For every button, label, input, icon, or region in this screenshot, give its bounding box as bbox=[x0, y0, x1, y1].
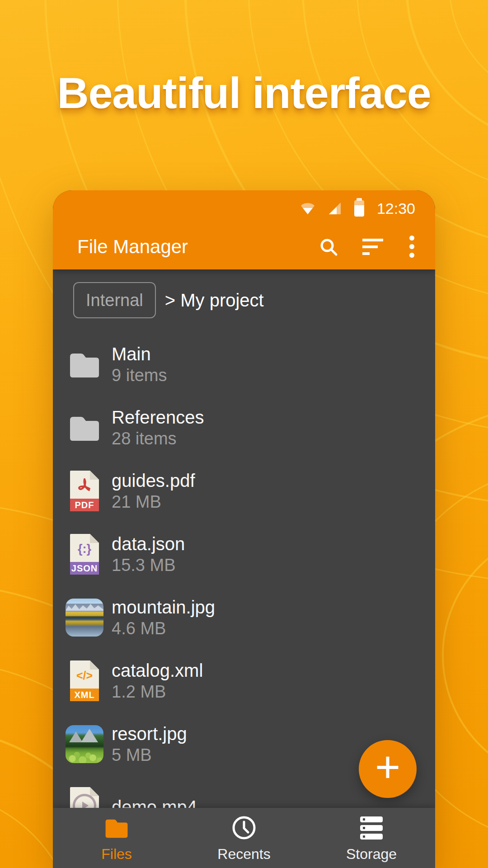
file-row[interactable]: Main 9 items bbox=[53, 333, 435, 396]
xml-file-icon: </> XML bbox=[70, 660, 99, 701]
file-meta: 15.3 MB bbox=[112, 555, 185, 575]
file-row[interactable]: {:} JSON data.json 15.3 MB bbox=[53, 523, 435, 586]
wifi-icon bbox=[300, 203, 315, 215]
video-file-icon bbox=[70, 787, 99, 808]
file-type-badge: JSON bbox=[70, 562, 99, 575]
play-circle-glyph bbox=[70, 794, 99, 808]
file-type-badge: PDF bbox=[70, 499, 99, 511]
image-thumbnail-mountain bbox=[66, 599, 103, 637]
battery-icon bbox=[354, 200, 364, 217]
pdf-file-icon: PDF bbox=[70, 471, 99, 511]
json-file-icon: {:} JSON bbox=[70, 534, 99, 575]
file-name: guides.pdf bbox=[112, 470, 195, 491]
file-icon-cell: PDF bbox=[66, 472, 103, 510]
file-meta: 9 items bbox=[112, 365, 167, 385]
breadcrumb-current-path: > My project bbox=[165, 290, 264, 311]
folder-icon bbox=[67, 414, 102, 442]
status-bar: 12:30 bbox=[53, 190, 435, 226]
file-browser-content: Internal > My project Main 9 items Refer… bbox=[53, 269, 435, 808]
phone-header: 12:30 File Manager bbox=[53, 190, 435, 269]
file-list: Main 9 items References 28 items PDF gui… bbox=[53, 333, 435, 808]
nav-item-recents[interactable]: Recents bbox=[180, 808, 308, 868]
storage-icon bbox=[360, 815, 383, 840]
file-meta: 21 MB bbox=[112, 492, 195, 512]
nav-label: Storage bbox=[346, 846, 397, 863]
app-bar: File Manager bbox=[53, 226, 435, 269]
file-name: catalog.xml bbox=[112, 660, 203, 681]
file-meta: 5 MB bbox=[112, 745, 187, 765]
breadcrumb-root-chip[interactable]: Internal bbox=[73, 282, 156, 318]
add-fab-button[interactable]: + bbox=[359, 740, 417, 798]
image-thumbnail-resort bbox=[66, 725, 103, 763]
file-icon-cell bbox=[66, 345, 103, 383]
file-name: References bbox=[112, 407, 204, 428]
signal-icon bbox=[328, 203, 342, 215]
file-name: demo.mp4 bbox=[112, 797, 197, 808]
file-row[interactable]: </> XML catalog.xml 1.2 MB bbox=[53, 649, 435, 712]
nav-label: Files bbox=[101, 846, 132, 863]
file-name: resort.jpg bbox=[112, 723, 187, 744]
file-row[interactable]: PDF guides.pdf 21 MB bbox=[53, 459, 435, 523]
file-icon-cell bbox=[66, 409, 103, 447]
file-meta: 1.2 MB bbox=[112, 682, 203, 702]
file-icon-cell bbox=[66, 788, 103, 808]
file-meta: 4.6 MB bbox=[112, 618, 215, 638]
search-icon[interactable] bbox=[319, 237, 338, 256]
file-name: Main bbox=[112, 344, 167, 364]
promo-screen: Beautiful interface bbox=[0, 0, 488, 868]
bottom-navigation: Files Recents Storage bbox=[53, 808, 435, 868]
file-type-badge: XML bbox=[70, 689, 99, 701]
file-icon-cell bbox=[66, 725, 103, 763]
file-name: data.json bbox=[112, 533, 185, 554]
acrobat-glyph bbox=[70, 474, 99, 497]
sort-icon[interactable] bbox=[362, 239, 383, 255]
file-row[interactable]: References 28 items bbox=[53, 396, 435, 459]
phone-mockup: 12:30 File Manager Internal > My project bbox=[53, 190, 435, 868]
folder-icon bbox=[103, 815, 130, 840]
file-name: mountain.jpg bbox=[112, 597, 215, 618]
folder-icon bbox=[67, 350, 102, 378]
nav-item-storage[interactable]: Storage bbox=[308, 808, 435, 868]
code-glyph: </> bbox=[70, 664, 99, 687]
nav-item-files[interactable]: Files bbox=[53, 808, 180, 868]
file-row[interactable]: mountain.jpg 4.6 MB bbox=[53, 586, 435, 649]
file-icon-cell: {:} JSON bbox=[66, 535, 103, 573]
app-bar-actions bbox=[319, 235, 416, 259]
file-icon-cell: </> XML bbox=[66, 662, 103, 700]
app-title: File Manager bbox=[77, 236, 319, 258]
clock-icon bbox=[232, 815, 256, 840]
status-time: 12:30 bbox=[377, 200, 415, 217]
overflow-menu-icon[interactable] bbox=[408, 235, 416, 259]
file-icon-cell bbox=[66, 599, 103, 637]
braces-glyph: {:} bbox=[70, 538, 99, 560]
file-meta: 28 items bbox=[112, 429, 204, 448]
nav-label: Recents bbox=[217, 846, 270, 863]
plus-icon: + bbox=[375, 745, 400, 789]
breadcrumb: Internal > My project bbox=[73, 282, 435, 318]
hero-headline: Beautiful interface bbox=[0, 68, 488, 118]
